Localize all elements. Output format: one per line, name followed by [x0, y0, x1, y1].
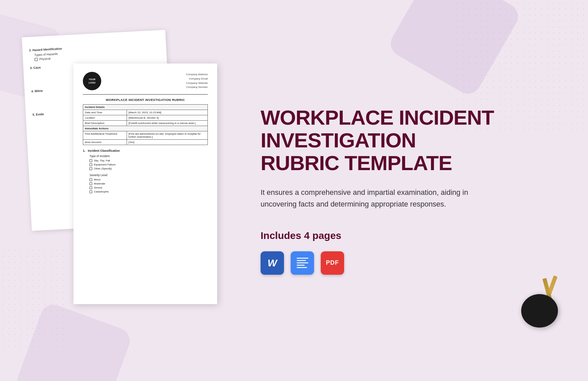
- type-of-incident-title: Type of Incident: [90, 154, 208, 158]
- right-panel: WORKPLACE INCIDENT INVESTIGATION RUBRIC …: [234, 0, 588, 381]
- type-of-incident-subsection: Type of Incident Slip, Trip, Fall Equipm…: [90, 154, 208, 170]
- company-address: Company Address: [186, 73, 208, 77]
- date-time-value: [March 10, 2023, 10:15 AM]: [127, 110, 207, 115]
- classification-section-title: 1. Incident Classification: [83, 149, 208, 152]
- moderate-checkbox: [90, 182, 92, 185]
- pencil-decoration: [508, 274, 561, 328]
- first-aid-label: First Aid/Medical Treatment: [83, 131, 127, 140]
- severity-minor: Minor: [90, 178, 208, 181]
- docs-line-2: [297, 260, 306, 261]
- doc-main-title: WORKPLACE INCIDENT INVESTIGATION RUBRIC: [83, 98, 208, 102]
- date-time-label: Date and Time: [83, 110, 127, 115]
- location-value: [Warehouse B, Section 4]: [127, 115, 207, 121]
- area-secured-label: Area Secured: [83, 140, 127, 145]
- docs-line-4: [297, 265, 305, 266]
- company-email: Company Email: [186, 77, 208, 81]
- main-description: It ensures a comprehensive and impartial…: [261, 186, 488, 210]
- checkbox-equipment: Equipment Failure: [90, 163, 208, 166]
- brief-desc-label: Brief Description: [83, 121, 127, 126]
- incident-classification-section: 1. Incident Classification Type of Incid…: [83, 149, 208, 193]
- pdf-icon[interactable]: PDF: [321, 251, 344, 275]
- format-icons-container: W PDF: [261, 251, 555, 275]
- slip-checkbox: [90, 159, 92, 162]
- physical-checkbox: [34, 58, 37, 61]
- checkbox-slip: Slip, Trip, Fall: [90, 159, 208, 162]
- pages-label: Includes 4 pages: [261, 230, 555, 241]
- brief-desc-value: [Forklift overturned while maneuvering i…: [127, 121, 207, 126]
- doc-header: YOUR LOGO Company Address Company Email …: [83, 72, 208, 90]
- area-secured-value: [Yes]: [127, 140, 207, 145]
- severity-level-title: Severity Level: [90, 173, 208, 177]
- severity-level-subsection: Severity Level Minor Moderate Severe Cat…: [90, 173, 208, 193]
- company-number: Company Number: [186, 85, 208, 90]
- minor-checkbox: [90, 178, 92, 181]
- left-panel: 2. Hazard Identification Types of Hazard…: [0, 0, 227, 381]
- document-front: YOUR LOGO Company Address Company Email …: [74, 64, 217, 304]
- doc-back-section2: 2. Hazard Identification Types of Hazard…: [29, 42, 160, 61]
- location-label: Location: [83, 115, 127, 121]
- immediate-actions-header: Immediate Actions: [83, 126, 208, 131]
- docs-line-3: [297, 262, 308, 263]
- equipment-checkbox: [90, 163, 92, 166]
- first-aid-value: [First aid administered on-site; employe…: [127, 131, 207, 140]
- pencil-cup: [521, 294, 558, 328]
- incident-details-table: Incident Details Date and Time [March 10…: [83, 104, 208, 145]
- incident-details-header: Incident Details: [83, 105, 208, 110]
- company-logo: YOUR LOGO: [83, 72, 101, 90]
- docs-line-1: [297, 258, 308, 259]
- catastrophic-checkbox: [90, 190, 92, 193]
- word-icon[interactable]: W: [261, 251, 284, 275]
- severe-checkbox: [90, 186, 92, 189]
- severity-severe: Severe: [90, 186, 208, 189]
- doc-header-divider: [83, 94, 208, 95]
- docs-line-5: [297, 267, 307, 268]
- company-info: Company Address Company Email Company We…: [186, 73, 208, 90]
- company-website: Company Website: [186, 81, 208, 86]
- severity-moderate: Moderate: [90, 182, 208, 185]
- word-letter: W: [268, 257, 277, 269]
- pdf-text: PDF: [326, 259, 339, 266]
- docs-icon[interactable]: [291, 251, 314, 275]
- checkbox-other: Other (Specify): [90, 167, 208, 170]
- main-title: WORKPLACE INCIDENT INVESTIGATION RUBRIC …: [261, 106, 555, 175]
- other-checkbox: [90, 167, 92, 170]
- docs-lines: [297, 258, 308, 268]
- severity-catastrophic: Catastrophic: [90, 190, 208, 193]
